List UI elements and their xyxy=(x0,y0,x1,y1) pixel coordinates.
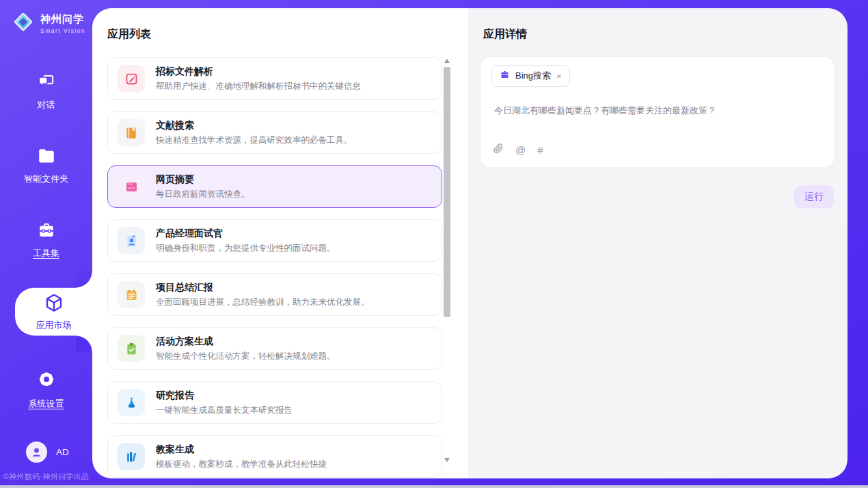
app-name: 网页摘要 xyxy=(156,174,250,186)
app-list-title: 应用列表 xyxy=(107,27,151,42)
app-desc: 明确身份和职责，为您提供专业性的面试问题。 xyxy=(156,243,336,254)
copyright-text: ©神州数码·神州问学出品 xyxy=(0,472,92,482)
paperclip-icon[interactable] xyxy=(493,143,504,157)
avatar xyxy=(26,442,47,463)
scroll-up-icon[interactable] xyxy=(444,59,450,63)
list-item-research-report[interactable]: 研究报告 一键智能生成高质量长文本研究报告 xyxy=(107,381,442,424)
tool-chip-label: Bing搜索 xyxy=(515,70,551,82)
list-item-literature-search[interactable]: 文献搜索 快速精准查找学术资源，提高研究效率的必备工具。 xyxy=(107,111,442,154)
toolbox-icon xyxy=(37,221,56,241)
svg-text:</>: </> xyxy=(128,186,135,190)
app-name: 产品经理面试官 xyxy=(156,228,336,240)
chat-icon xyxy=(37,72,56,93)
query-input[interactable]: 今日湖北有哪些新闻要点？有哪些需要关注的最新政策？ xyxy=(494,104,821,118)
scroll-down-icon[interactable] xyxy=(444,458,450,462)
window-bottom-edge xyxy=(0,485,868,488)
sidebar-item-label: 工具集 xyxy=(33,247,59,260)
user-account[interactable]: AD xyxy=(26,442,69,463)
gear-icon xyxy=(37,370,56,392)
clipboard-check-icon xyxy=(118,335,145,362)
app-name: 活动方案生成 xyxy=(156,336,336,348)
app-list: 招标文件解析 帮助用户快速、准确地理解和解析招标书中的关键信息 文献搜索 快速精… xyxy=(107,57,442,478)
books-icon xyxy=(118,443,145,470)
edit-icon xyxy=(118,65,145,92)
brand-subtitle: Smart Vision xyxy=(40,27,85,34)
app-name: 文献搜索 xyxy=(156,120,353,132)
app-name: 教案生成 xyxy=(156,444,327,456)
list-item-project-summary[interactable]: 项目总结汇报 全面回顾项目进展，总结经验教训，助力未来优化发展。 xyxy=(107,273,442,316)
summary-icon xyxy=(118,281,145,308)
composer-toolbar: @ # xyxy=(493,143,543,157)
app-name: 研究报告 xyxy=(156,390,293,402)
folder-icon xyxy=(37,148,56,167)
webpage-icon: </> xyxy=(118,173,145,200)
cube-icon xyxy=(44,293,64,316)
sidebar-item-smart-folder[interactable]: 智能文件夹 xyxy=(0,148,92,185)
sidebar-item-label: 应用市场 xyxy=(36,319,72,331)
prompt-composer: Bing搜索 × 今日湖北有哪些新闻要点？有哪些需要关注的最新政策？ @ # xyxy=(480,56,835,168)
list-item-webpage-summary[interactable]: </> 网页摘要 每日政府新闻资讯快查。 xyxy=(107,165,442,208)
list-item-lesson-plan[interactable]: 教案生成 模板驱动，教案秒成，教学准备从此轻松快捷 xyxy=(107,435,442,478)
app-name: 项目总结汇报 xyxy=(156,282,370,294)
sidebar-item-settings[interactable]: 系统设置 xyxy=(0,370,92,410)
tool-chip-bing-search[interactable]: Bing搜索 × xyxy=(491,65,570,87)
book-icon xyxy=(118,119,145,146)
app-desc: 快速精准查找学术资源，提高研究效率的必备工具。 xyxy=(156,135,353,146)
list-scrollbar[interactable] xyxy=(444,57,451,463)
hash-icon[interactable]: # xyxy=(537,144,543,156)
sidebar-item-label: 智能文件夹 xyxy=(24,173,68,185)
list-item-bid-analysis[interactable]: 招标文件解析 帮助用户快速、准确地理解和解析招标书中的关键信息 xyxy=(107,57,442,100)
diamond-logo-icon xyxy=(11,10,36,37)
app-desc: 帮助用户快速、准确地理解和解析招标书中的关键信息 xyxy=(156,81,361,92)
interviewer-icon xyxy=(118,227,145,254)
app-detail-panel: 应用详情 Bing搜索 × 今日湖北有哪些新闻要点？有哪些需要关注的最新政策？ … xyxy=(468,8,847,478)
brand-logo: 神州问学 Smart Vision xyxy=(11,10,85,37)
sidebar-item-app-market[interactable]: 应用市场 xyxy=(15,288,92,336)
list-item-activity-plan[interactable]: 活动方案生成 智能生成个性化活动方案，轻松解决规划难题。 xyxy=(107,327,442,370)
list-item-pm-interviewer[interactable]: 产品经理面试官 明确身份和职责，为您提供专业性的面试问题。 xyxy=(107,219,442,262)
app-list-panel: 应用列表 招标文件解析 帮助用户快速、准确地理解和解析招标书中的关键信息 xyxy=(92,8,468,478)
mention-icon[interactable]: @ xyxy=(515,144,526,156)
run-button[interactable]: 运行 xyxy=(794,185,834,208)
app-desc: 智能生成个性化活动方案，轻松解决规划难题。 xyxy=(156,351,336,362)
briefcase-icon xyxy=(500,70,510,83)
brand-name: 神州问学 xyxy=(40,13,85,26)
scrollbar-thumb[interactable] xyxy=(444,67,450,317)
app-desc: 每日政府新闻资讯快查。 xyxy=(156,189,250,200)
sidebar-item-chat[interactable]: 对话 xyxy=(0,72,92,111)
user-initials: AD xyxy=(56,447,69,457)
app-name: 招标文件解析 xyxy=(156,66,361,78)
sidebar-item-label: 对话 xyxy=(38,99,55,111)
app-desc: 全面回顾项目进展，总结经验教训，助力未来优化发展。 xyxy=(156,297,370,308)
sidebar-item-label: 系统设置 xyxy=(29,398,64,410)
app-desc: 一键智能生成高质量长文本研究报告 xyxy=(156,405,293,416)
sidebar: 神州问学 Smart Vision 对话 智能文件夹 xyxy=(0,0,92,488)
app-detail-title: 应用详情 xyxy=(483,27,527,42)
close-icon[interactable]: × xyxy=(556,72,562,81)
app-desc: 模板驱动，教案秒成，教学准备从此轻松快捷 xyxy=(156,459,327,470)
research-icon xyxy=(118,389,145,416)
sidebar-item-toolset[interactable]: 工具集 xyxy=(0,221,92,260)
